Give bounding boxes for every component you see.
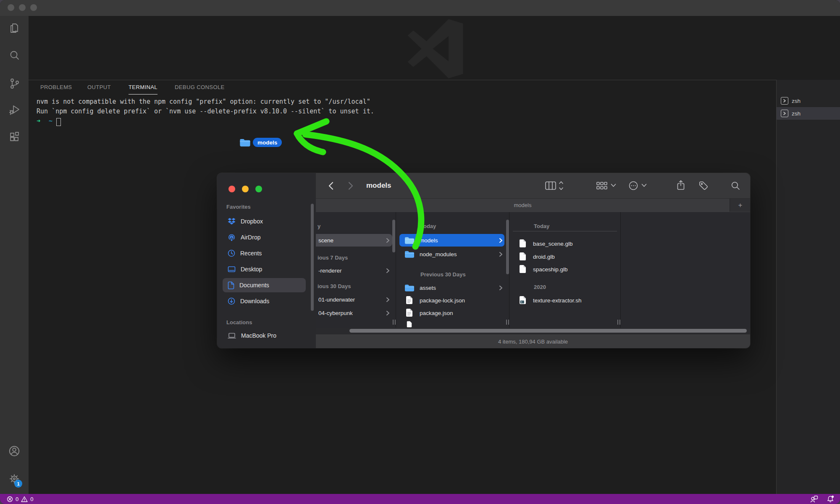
finder-sidebar: Favorites Dropbox AirDrop Recents: [217, 173, 316, 348]
problems-status[interactable]: 0 0: [7, 494, 33, 504]
column-resize-grip[interactable]: [395, 320, 396, 325]
sidebar-scrollbar[interactable]: [311, 204, 314, 311]
error-count: 0: [16, 496, 18, 502]
folder-icon: [404, 284, 415, 292]
minimize-traffic-light[interactable]: [19, 4, 26, 11]
forward-icon[interactable]: [348, 182, 353, 190]
finder-column-1: y scene ious 7 Days -renderer ious 30 Da…: [316, 212, 396, 328]
explorer-button[interactable]: [0, 18, 29, 39]
list-item-renderer[interactable]: -renderer: [316, 264, 392, 277]
finder-window: Favorites Dropbox AirDrop Recents: [217, 173, 750, 348]
column-divider[interactable]: [620, 212, 621, 328]
list-item-underwater[interactable]: 01-underwater: [316, 293, 392, 306]
list-item-models-selected[interactable]: models: [399, 234, 504, 247]
search-icon: [8, 49, 21, 62]
horizontal-scrollbar-track: [316, 328, 750, 334]
sidebar-item-downloads[interactable]: Downloads: [223, 294, 306, 308]
search-icon[interactable]: [731, 181, 740, 190]
finder-tab[interactable]: models: [316, 199, 730, 212]
locations-header: Locations: [226, 319, 252, 326]
vscode-titlebar: [0, 0, 840, 16]
column-group-header: Today: [534, 223, 549, 229]
list-item-package-json[interactable]: package.json: [399, 307, 504, 319]
favorites-header: Favorites: [226, 204, 251, 210]
status-bar-right: [810, 494, 834, 504]
finder-toolbar: models: [316, 173, 750, 198]
files-icon: [8, 22, 21, 35]
list-item-spaceship[interactable]: spaceship.glb: [513, 263, 617, 276]
tag-icon[interactable]: [699, 181, 708, 190]
sidebar-item-label: MacBook Pro: [241, 332, 276, 339]
file-icon: [519, 239, 526, 248]
sidebar-item-label: Recents: [240, 250, 262, 257]
back-icon[interactable]: [328, 182, 333, 190]
horizontal-scrollbar[interactable]: [349, 329, 747, 333]
terminal-icon: [781, 97, 788, 105]
sidebar-item-recents[interactable]: Recents: [223, 246, 306, 260]
search-button[interactable]: [0, 45, 29, 66]
column-scrollbar[interactable]: [392, 220, 395, 252]
view-switcher-chevrons-icon[interactable]: [559, 180, 564, 191]
plus-icon: +: [738, 201, 743, 210]
sidebar-item-macbook-pro[interactable]: MacBook Pro: [223, 328, 306, 343]
finder-close-light[interactable]: [228, 186, 235, 192]
sidebar-item-desktop[interactable]: Desktop: [223, 262, 306, 276]
sidebar-item-documents[interactable]: Documents: [223, 278, 306, 292]
notifications-bell-icon[interactable]: [827, 495, 834, 503]
group-by-icon[interactable]: [596, 182, 607, 189]
more-actions-icon[interactable]: [629, 181, 638, 190]
column-resize-grip[interactable]: [506, 320, 507, 325]
feedback-icon[interactable]: [810, 496, 818, 503]
document-icon: [228, 281, 234, 289]
list-item-texture-extractor[interactable]: texture-extractor.sh: [513, 294, 617, 307]
extensions-button[interactable]: [0, 126, 29, 148]
terminal-icon: [781, 110, 788, 117]
column-resize-grip[interactable]: [393, 320, 394, 325]
chevron-down-icon[interactable]: [641, 184, 647, 187]
run-debug-button[interactable]: [0, 98, 29, 120]
source-control-button[interactable]: [0, 72, 29, 94]
column-resize-grip[interactable]: [508, 320, 509, 325]
settings-button[interactable]: 1: [0, 468, 29, 490]
list-item-scene[interactable]: scene: [316, 234, 392, 247]
list-item-node-modules[interactable]: node_modules: [399, 248, 504, 260]
list-item-base-scene[interactable]: base_scene.glb: [513, 237, 617, 250]
tab-output[interactable]: OUTPUT: [87, 80, 111, 94]
column-resize-grip[interactable]: [620, 320, 620, 325]
laptop-icon: [228, 333, 236, 339]
finder-minimize-light[interactable]: [242, 186, 249, 192]
list-item-droid[interactable]: droid.glb: [513, 250, 617, 263]
download-icon: [228, 297, 235, 305]
terminal-list-item[interactable]: zsh: [777, 94, 840, 107]
column-resize-grip[interactable]: [617, 320, 618, 325]
tab-debug-console[interactable]: DEBUG CONSOLE: [175, 80, 225, 94]
close-traffic-light[interactable]: [8, 4, 14, 11]
column-scrollbar[interactable]: [506, 220, 509, 274]
account-button[interactable]: [0, 440, 29, 462]
tab-problems[interactable]: PROBLEMS: [40, 80, 72, 94]
item-label: scene: [316, 237, 333, 244]
sidebar-item-label: Desktop: [241, 266, 262, 273]
share-icon[interactable]: [677, 180, 685, 190]
new-tab-button[interactable]: +: [730, 199, 750, 212]
file-icon: [406, 308, 413, 317]
chevron-right-icon: [386, 297, 389, 302]
list-item-assets[interactable]: assets: [399, 281, 504, 294]
list-item-cyberpunk[interactable]: 04-cyberpunk: [316, 307, 392, 319]
list-item-package-lock[interactable]: package-lock.json: [399, 294, 504, 307]
zoom-traffic-light[interactable]: [30, 4, 37, 11]
column-view-icon[interactable]: [545, 181, 556, 190]
extensions-icon: [8, 131, 21, 143]
tab-terminal[interactable]: TERMINAL: [129, 80, 158, 94]
finder-window-title: models: [366, 181, 391, 190]
sidebar-item-dropbox[interactable]: Dropbox: [223, 214, 306, 228]
terminal-list-item-selected[interactable]: zsh: [777, 107, 840, 120]
prompt-path: ~: [49, 117, 52, 125]
sidebar-item-airdrop[interactable]: AirDrop: [223, 230, 306, 244]
chevron-down-icon[interactable]: [611, 184, 616, 187]
desktop-icon: [228, 266, 236, 273]
finder-zoom-light[interactable]: [255, 186, 262, 192]
terminal-cursor[interactable]: [56, 118, 61, 126]
column-group-header: ious 30 Days: [318, 283, 351, 289]
file-icon: [406, 296, 413, 304]
